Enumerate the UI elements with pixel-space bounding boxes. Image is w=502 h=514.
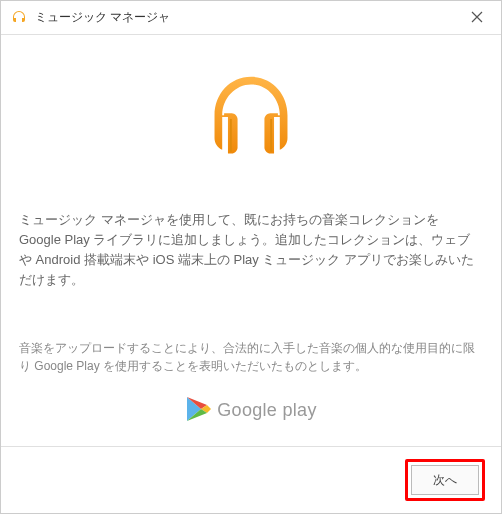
google-play-icon (185, 395, 211, 426)
footer: 次へ (1, 446, 501, 513)
next-button-highlight: 次へ (405, 459, 485, 501)
close-button[interactable] (461, 2, 493, 34)
description-text: ミュージック マネージャを使用して、既にお持ちの音楽コレクションを Google… (19, 206, 483, 295)
hero-image (19, 35, 483, 206)
brand-label: Google play (217, 400, 316, 421)
google-play-brand: Google play (19, 395, 483, 446)
music-manager-icon (11, 10, 27, 26)
window-title: ミュージック マネージャ (35, 9, 461, 26)
next-button[interactable]: 次へ (411, 465, 479, 495)
content-area: ミュージック マネージャを使用して、既にお持ちの音楽コレクションを Google… (1, 35, 501, 446)
headphones-icon (203, 71, 299, 170)
spacer (19, 295, 483, 339)
titlebar: ミュージック マネージャ (1, 1, 501, 35)
legal-text: 音楽をアップロードすることにより、合法的に入手した音楽の個人的な使用目的に限り … (19, 339, 483, 395)
close-icon (471, 9, 483, 27)
